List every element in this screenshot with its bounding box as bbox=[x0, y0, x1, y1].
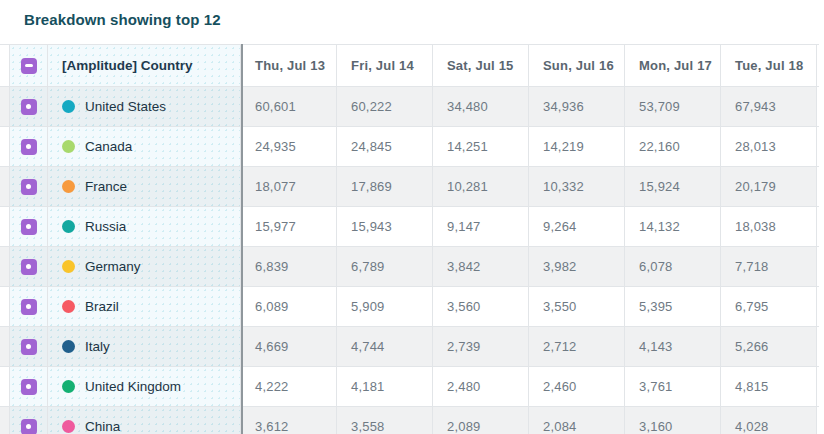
table-row: Canada24,93524,84514,25114,21922,16028,0… bbox=[0, 127, 819, 167]
country-cell[interactable]: Germany bbox=[48, 247, 241, 286]
frozen-pane-divider bbox=[241, 44, 243, 434]
checkbox-dot-icon bbox=[26, 224, 31, 229]
value-cell: 6,795 bbox=[721, 287, 817, 326]
row-checkbox[interactable] bbox=[21, 419, 37, 434]
row-checkbox[interactable] bbox=[21, 339, 37, 355]
date-column-header: Mon, Jul 17 bbox=[625, 45, 721, 86]
value-cell: 3,160 bbox=[625, 407, 721, 434]
country-cell[interactable]: Brazil bbox=[48, 287, 241, 326]
date-column-header: Sun, Jul 16 bbox=[529, 45, 625, 86]
country-label: Italy bbox=[85, 339, 110, 354]
country-label: France bbox=[85, 179, 127, 194]
value-cell: 14,132 bbox=[625, 207, 721, 246]
value-cell: 14,219 bbox=[529, 127, 625, 166]
value-cell: 67,943 bbox=[721, 87, 817, 126]
value-cell: 2,089 bbox=[433, 407, 529, 434]
country-cell[interactable]: China bbox=[48, 407, 241, 434]
country-cell[interactable]: United States bbox=[48, 87, 241, 126]
country-label: Brazil bbox=[85, 299, 119, 314]
series-color-dot bbox=[62, 220, 75, 233]
value-cell: 7,718 bbox=[721, 247, 817, 286]
series-color-dot bbox=[62, 180, 75, 193]
value-cell: 18,077 bbox=[241, 167, 337, 206]
value-cell: 15,977 bbox=[241, 207, 337, 246]
value-cell: 9,147 bbox=[433, 207, 529, 246]
value-cell: 17,869 bbox=[337, 167, 433, 206]
series-color-dot bbox=[62, 300, 75, 313]
value-cell: 2,480 bbox=[433, 367, 529, 406]
row-checkbox[interactable] bbox=[21, 259, 37, 275]
gutter-cell bbox=[0, 367, 10, 406]
value-cell: 3,761 bbox=[625, 367, 721, 406]
table-row: China3,6123,5582,0892,0843,1604,028 bbox=[0, 407, 819, 434]
row-checkbox[interactable] bbox=[21, 379, 37, 395]
value-cell: 53,709 bbox=[625, 87, 721, 126]
select-all-cell bbox=[10, 45, 48, 86]
checkbox-dot-icon bbox=[26, 344, 31, 349]
table-row: Russia15,97715,9439,1479,26414,13218,038 bbox=[0, 207, 819, 247]
table-row: United States60,60160,22234,48034,93653,… bbox=[0, 87, 819, 127]
value-cell: 34,936 bbox=[529, 87, 625, 126]
value-cell: 20,179 bbox=[721, 167, 817, 206]
checkbox-dot-icon bbox=[26, 384, 31, 389]
value-cell: 4,143 bbox=[625, 327, 721, 366]
value-cell: 22,160 bbox=[625, 127, 721, 166]
table-row: Germany6,8396,7893,8423,9826,0787,718 bbox=[0, 247, 819, 287]
table-row: Italy4,6694,7442,7392,7124,1435,266 bbox=[0, 327, 819, 367]
checkbox-dot-icon bbox=[26, 104, 31, 109]
checkbox-dot-icon bbox=[26, 144, 31, 149]
select-all-checkbox[interactable] bbox=[21, 58, 37, 74]
row-checkbox[interactable] bbox=[21, 299, 37, 315]
value-cell: 5,909 bbox=[337, 287, 433, 326]
country-label: Germany bbox=[85, 259, 141, 274]
row-checkbox[interactable] bbox=[21, 179, 37, 195]
value-cell: 2,460 bbox=[529, 367, 625, 406]
value-cell: 3,560 bbox=[433, 287, 529, 326]
checkbox-dot-icon bbox=[26, 264, 31, 269]
value-cell: 60,222 bbox=[337, 87, 433, 126]
checkbox-dot-icon bbox=[26, 424, 31, 429]
value-cell: 3,982 bbox=[529, 247, 625, 286]
value-cell: 15,924 bbox=[625, 167, 721, 206]
series-color-dot bbox=[62, 380, 75, 393]
value-cell: 6,789 bbox=[337, 247, 433, 286]
table-row: Brazil6,0895,9093,5603,5505,3956,795 bbox=[0, 287, 819, 327]
country-label: China bbox=[85, 419, 120, 434]
row-checkbox-cell bbox=[10, 87, 48, 126]
gutter-cell bbox=[0, 167, 10, 206]
series-color-dot bbox=[62, 140, 75, 153]
value-cell: 3,550 bbox=[529, 287, 625, 326]
value-cell: 14,251 bbox=[433, 127, 529, 166]
value-cell: 4,815 bbox=[721, 367, 817, 406]
value-cell: 18,038 bbox=[721, 207, 817, 246]
value-cell: 9,264 bbox=[529, 207, 625, 246]
date-column-header: Tue, Jul 18 bbox=[721, 45, 817, 86]
gutter-cell bbox=[0, 327, 10, 366]
country-cell[interactable]: France bbox=[48, 167, 241, 206]
country-cell[interactable]: Italy bbox=[48, 327, 241, 366]
value-cell: 60,601 bbox=[241, 87, 337, 126]
value-cell: 4,028 bbox=[721, 407, 817, 434]
row-checkbox[interactable] bbox=[21, 139, 37, 155]
row-checkbox-cell bbox=[10, 327, 48, 366]
row-checkbox-cell bbox=[10, 287, 48, 326]
country-cell[interactable]: Canada bbox=[48, 127, 241, 166]
country-cell[interactable]: United Kingdom bbox=[48, 367, 241, 406]
value-cell: 10,281 bbox=[433, 167, 529, 206]
gutter-cell bbox=[0, 407, 10, 434]
row-checkbox[interactable] bbox=[21, 99, 37, 115]
value-cell: 10,332 bbox=[529, 167, 625, 206]
country-label: Canada bbox=[85, 139, 132, 154]
country-label: United States bbox=[85, 99, 166, 114]
gutter-cell bbox=[0, 247, 10, 286]
value-cell: 34,480 bbox=[433, 87, 529, 126]
value-cell: 2,084 bbox=[529, 407, 625, 434]
country-column-header: [Amplitude] Country bbox=[48, 45, 241, 86]
value-cell: 4,222 bbox=[241, 367, 337, 406]
row-checkbox-cell bbox=[10, 367, 48, 406]
row-checkbox[interactable] bbox=[21, 219, 37, 235]
country-cell[interactable]: Russia bbox=[48, 207, 241, 246]
value-cell: 28,013 bbox=[721, 127, 817, 166]
row-checkbox-cell bbox=[10, 167, 48, 206]
breakdown-panel: Breakdown showing top 12 [Amplitude] Cou… bbox=[0, 0, 824, 434]
